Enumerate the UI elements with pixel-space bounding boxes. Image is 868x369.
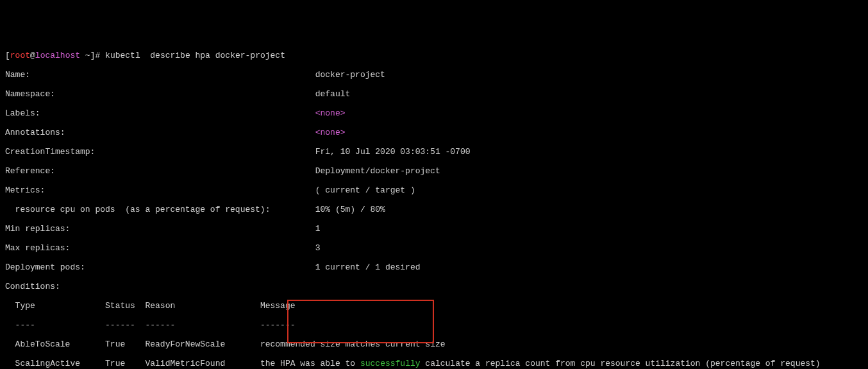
prompt-line-1: [root@localhost ~]# kubectl describe hpa… [5, 51, 863, 60]
host: localhost [35, 51, 80, 60]
at: @ [30, 51, 35, 60]
kv-row: resource cpu on pods (as a percentage of… [5, 205, 863, 214]
terminal-output: [root@localhost ~]# kubectl describe hpa… [5, 41, 863, 369]
kv-row: Annotations: <none> [5, 128, 863, 137]
conditions-header: Conditions: [5, 282, 863, 291]
kv-row: Namespace: default [5, 89, 863, 99]
hash: # [95, 51, 105, 60]
bracket: [ [5, 51, 10, 60]
table-header: Type Status Reason Message [5, 301, 863, 311]
kv-row: Reference: Deployment/docker-project [5, 166, 863, 176]
kv-row: Metrics: ( current / target ) [5, 185, 863, 195]
command[interactable]: kubectl describe hpa docker-project [105, 51, 285, 60]
table-row: AbleToScale True ReadyForNewScale recomm… [5, 339, 863, 349]
kv-row: CreationTimestamp: Fri, 10 Jul 2020 03:0… [5, 147, 863, 157]
kv-row: Max replicas: 3 [5, 243, 863, 253]
kv-row: Deployment pods: 1 current / 1 desired [5, 262, 863, 272]
kv-row: Labels: <none> [5, 108, 863, 118]
table-row: ScalingActive True ValidMetricFound the … [5, 359, 863, 368]
path: ~ [80, 51, 90, 60]
user: root [10, 51, 30, 60]
table-dash: ---- ------ ------ ------- [5, 320, 863, 330]
kv-row: Name: docker-project [5, 70, 863, 80]
kv-row: Min replicas: 1 [5, 224, 863, 234]
